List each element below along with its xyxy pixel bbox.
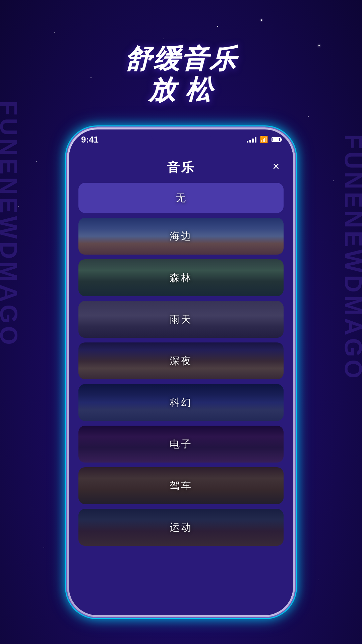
music-list: 无 海边 森林: [69, 183, 293, 615]
phone-outer-frame: 9:41 📶 音乐: [67, 127, 295, 617]
music-item-midnight[interactable]: 深夜: [78, 342, 284, 379]
music-item-forest[interactable]: 森林: [78, 259, 284, 296]
phone-content: 音乐 × 无 海边: [69, 150, 293, 615]
music-item-rainy[interactable]: 雨天: [78, 301, 284, 338]
music-item-scifi[interactable]: 科幻: [78, 384, 284, 421]
phone-inner-screen: 9:41 📶 音乐: [69, 129, 293, 615]
signal-bar-1: [247, 141, 248, 143]
music-item-driving-label: 驾车: [170, 479, 192, 493]
music-item-sports[interactable]: 运动: [78, 509, 284, 546]
music-item-seaside-label-container: 海边: [78, 218, 284, 255]
battery-fill: [273, 138, 279, 141]
music-item-midnight-label: 深夜: [170, 354, 192, 368]
music-item-midnight-label-container: 深夜: [78, 342, 284, 379]
battery-icon: [272, 137, 281, 142]
modal-header: 音乐 ×: [69, 150, 293, 183]
music-item-electronic-label-container: 电子: [78, 426, 284, 463]
music-item-sports-label-container: 运动: [78, 509, 284, 546]
music-item-driving-label-container: 驾车: [78, 467, 284, 504]
music-item-electronic-label: 电子: [170, 437, 192, 451]
music-item-rainy-label-container: 雨天: [78, 301, 284, 338]
music-item-scifi-label: 科幻: [170, 396, 192, 410]
page-title: 舒缓音乐 放 松: [0, 44, 362, 105]
signal-icon: [247, 137, 256, 143]
phone-mockup: 9:41 📶 音乐: [67, 127, 295, 617]
music-item-none[interactable]: 无: [78, 183, 284, 213]
music-item-sports-label: 运动: [170, 521, 192, 534]
music-item-rainy-label: 雨天: [170, 313, 192, 326]
music-item-seaside-label: 海边: [170, 229, 192, 243]
signal-bar-2: [249, 140, 251, 143]
music-item-none-label: 无: [176, 191, 186, 205]
music-item-driving[interactable]: 驾车: [78, 467, 284, 504]
side-text-right: FUNENEWDMAGO: [341, 134, 362, 381]
music-item-scifi-label-container: 科幻: [78, 384, 284, 421]
music-item-forest-label: 森林: [170, 271, 192, 285]
music-item-seaside[interactable]: 海边: [78, 218, 284, 255]
modal-title: 音乐: [167, 159, 195, 176]
music-item-electronic[interactable]: 电子: [78, 426, 284, 463]
signal-bar-3: [252, 139, 254, 143]
wifi-icon: 📶: [260, 136, 268, 144]
music-item-forest-label-container: 森林: [78, 259, 284, 296]
side-text-left: FUNENEWDMAGO: [0, 101, 21, 347]
close-button[interactable]: ×: [273, 159, 280, 173]
title-line1: 舒缓音乐: [125, 44, 237, 74]
header-section: 舒缓音乐 放 松: [0, 44, 362, 105]
title-line2: 放 松: [148, 75, 214, 105]
status-time: 9:41: [81, 135, 99, 145]
status-icons: 📶: [247, 136, 281, 144]
signal-bar-4: [255, 137, 256, 143]
phone-notch: [151, 129, 211, 142]
